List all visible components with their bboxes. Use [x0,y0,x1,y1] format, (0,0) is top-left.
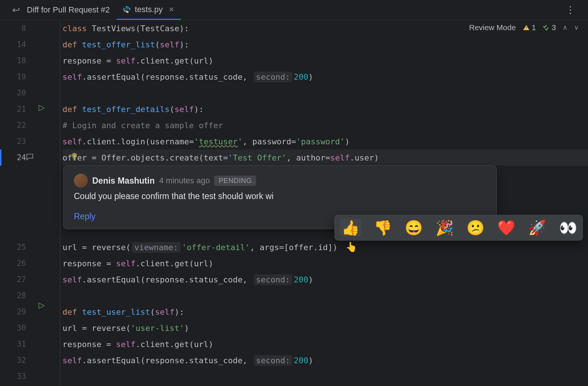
line-number[interactable]: 33 [0,368,31,385]
back-arrow-icon: ↩ [12,4,20,16]
editor: Review Mode 1 3 ∧ ∨ 8 14 18 19 20 21 22 … [0,20,588,386]
emoji-thumbs-up[interactable]: 👍 [340,219,361,237]
line-number[interactable]: 28 [0,288,31,304]
more-icon[interactable]: ⋮ [566,4,575,16]
emoji-laugh[interactable]: 😄 [405,220,423,235]
line-number[interactable]: 27 [0,271,31,288]
comment-header: Denis Mashutin 4 minutes ago PENDING [74,174,486,188]
emoji-eyes[interactable]: 👀 [559,220,577,235]
warning-icon [523,24,530,31]
line-number[interactable]: 25 [0,239,31,255]
code-line: # Login and create a sample offer [62,117,588,133]
line-number[interactable]: 21 [0,101,31,117]
line-number[interactable]: 32 [0,352,31,368]
code-line: def test_user_list(self): [62,304,588,320]
comment-author: Denis Mashutin [92,176,155,186]
code-line [62,368,588,385]
tab-tests-py[interactable]: tests.py ✕ [116,0,181,20]
code-line [62,85,588,101]
gutter-spacer [0,166,31,239]
line-number[interactable]: 14 [0,36,31,53]
code-line: response = self.client.get(url) [62,53,588,69]
python-icon [123,6,131,14]
check-icon [542,24,550,31]
tab-label: Diff for Pull Request #2 [27,5,110,15]
line-number[interactable]: 30 [0,320,31,336]
reply-button[interactable]: Reply [74,212,96,221]
gutter: 8 14 18 19 20 21 22 23 24 25 26 27 28 29… [0,20,31,386]
comment-time: 4 minutes ago [159,176,210,185]
code-line: def test_offer_list(self): [62,36,588,53]
svg-point-0 [126,6,126,7]
line-number-active[interactable]: 24 [0,149,31,166]
line-number[interactable]: 22 [0,117,31,133]
line-number[interactable]: 23 [0,133,31,149]
code-line: response = self.client.get(url) [62,255,588,271]
avatar[interactable] [74,174,88,188]
code-line: self.assertEqual(response.status_code, s… [62,271,588,288]
tab-actions: ⋮ [566,4,582,16]
line-number[interactable]: 18 [0,53,31,69]
emoji-thumbs-down[interactable]: 👎 [374,220,392,235]
code-line: def test_offer_details(self): [62,101,588,117]
active-line-marker [0,149,1,166]
hint-badge[interactable]: 3 [542,23,556,32]
tab-diff[interactable]: ↩ Diff for Pull Request #2 [6,0,116,20]
emoji-rocket[interactable]: 🚀 [528,220,546,235]
cursor-icon: 👆 [345,241,357,253]
chevron-down-icon[interactable]: ∨ [574,24,579,32]
line-number[interactable]: 26 [0,255,31,271]
review-mode-bar: Review Mode 1 3 ∧ ∨ [469,23,579,32]
emoji-heart[interactable]: ❤️ [497,220,516,235]
tab-bar: ↩ Diff for Pull Request #2 tests.py ✕ ⋮ [0,0,588,20]
emoji-reaction-picker: 👍 👎 😄 🎉 😕 ❤️ 🚀 👀 [334,215,583,241]
code-line: self.assertEqual(response.status_code, s… [62,69,588,85]
code-line: url = reverse(viewname: 'offer-detail', … [62,239,588,255]
close-icon[interactable]: ✕ [169,6,174,14]
code-line: response = self.client.get(url) [62,336,588,352]
emoji-party[interactable]: 🎉 [435,220,454,235]
code-line [62,288,588,304]
code-line-active: offer = Offer.objects.create(text='Test … [62,149,588,166]
comment-status-badge: PENDING [214,176,256,186]
emoji-confused[interactable]: 😕 [466,220,485,235]
chevron-up-icon[interactable]: ∧ [563,24,567,32]
line-number[interactable]: 29 [0,304,31,320]
comment-body: Could you please confirm that the test s… [74,191,486,201]
review-mode-label[interactable]: Review Mode [469,23,516,32]
code-line: self.assertEqual(response.status_code, s… [62,352,588,368]
code-line: self.client.login(username='testuser', p… [62,133,588,149]
warning-badge[interactable]: 1 [523,23,536,32]
tab-label: tests.py [135,5,163,14]
code-line: url = reverse('user-list') [62,320,588,336]
line-number[interactable]: 8 [0,20,31,36]
line-number[interactable]: 20 [0,85,31,101]
line-number[interactable]: 31 [0,336,31,352]
line-number[interactable]: 19 [0,69,31,85]
